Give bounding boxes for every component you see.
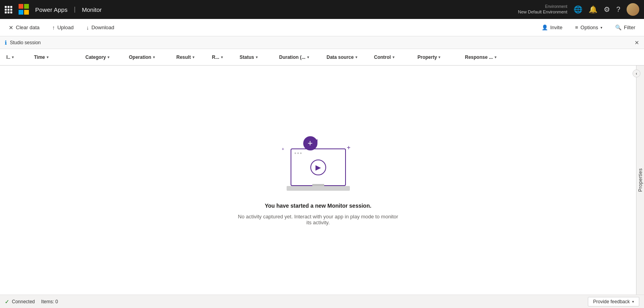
laptop-dot [300, 152, 302, 154]
chevron-down-icon: ▾ [193, 55, 195, 59]
waffle-icon[interactable] [5, 6, 12, 13]
options-icon: ≡ [575, 24, 578, 30]
options-label: Options [580, 24, 598, 30]
globe-icon[interactable]: 🌐 [574, 5, 582, 14]
filter-label: Filter [624, 24, 635, 30]
session-bar: ℹ Studio session ✕ [0, 36, 644, 49]
app-name: Power Apps [35, 6, 68, 13]
properties-panel[interactable]: ‹ Properties [636, 66, 644, 295]
invite-icon: 👤 [542, 24, 548, 30]
upload-label: Upload [57, 24, 74, 30]
top-nav-left: Power Apps | Monitor [5, 4, 518, 15]
download-icon: ↓ [86, 24, 89, 31]
status-bar: ✓ Connected Items: 0 Provide feedback ▾ [0, 295, 644, 308]
monitor-illustration: + + + ▶ [279, 135, 358, 194]
filter-button[interactable]: 🔍 Filter [613, 23, 638, 32]
connected-icon: ✓ [5, 299, 9, 305]
laptop-dots [295, 152, 302, 154]
empty-state-subtitle: No activity captured yet. Interact with … [235, 214, 401, 225]
module-name: Monitor [82, 6, 102, 13]
user-avatar[interactable] [627, 3, 639, 16]
properties-toggle-button[interactable]: ‹ [633, 69, 640, 77]
deco-plus-2: + [282, 146, 284, 151]
top-nav-right: Environment New Default Environment 🌐 🔔 … [518, 3, 639, 16]
items-value: 0 [55, 299, 58, 304]
plus-circle-icon: + [303, 136, 317, 150]
laptop-screen: ▶ [291, 148, 346, 186]
properties-label: Properties [638, 168, 643, 192]
chevron-down-icon: ▾ [153, 55, 155, 59]
chevron-down-icon: ▾ [108, 55, 110, 59]
laptop-dot [297, 152, 299, 154]
notification-icon[interactable]: 🔔 [589, 5, 597, 14]
col-header-id[interactable]: I.. ▾ [3, 54, 31, 60]
col-header-status[interactable]: Status ▾ [236, 54, 276, 60]
items-count: Items: 0 [41, 299, 58, 304]
play-circle-icon: ▶ [310, 160, 326, 175]
toolbar: ✕ Clear data ↑ Upload ↓ Download 👤 Invit… [0, 19, 644, 36]
upload-button[interactable]: ↑ Upload [50, 23, 76, 32]
download-label: Download [91, 24, 114, 30]
items-label: Items: [41, 299, 54, 304]
col-header-datasource[interactable]: Data source ▾ [323, 54, 371, 60]
top-nav: Power Apps | Monitor Environment New Def… [0, 0, 644, 19]
col-header-operation[interactable]: Operation ▾ [126, 54, 173, 60]
chevron-down-icon: ▾ [355, 55, 357, 59]
options-button[interactable]: ≡ Options ▾ [573, 23, 605, 32]
data-area: + + + ▶ You have started a n [0, 66, 636, 295]
column-headers: I.. ▾ Time ▾ Category ▾ Operation ▾ Resu… [0, 49, 644, 66]
chevron-down-icon: ▾ [307, 55, 309, 59]
col-header-category[interactable]: Category ▾ [82, 54, 126, 60]
col-header-time[interactable]: Time ▾ [31, 54, 82, 60]
options-chevron-icon: ▾ [601, 26, 602, 30]
environment-block: Environment New Default Environment [518, 4, 567, 15]
feedback-chevron-icon: ▾ [632, 300, 634, 304]
col-header-control[interactable]: Control ▾ [371, 54, 414, 60]
toolbar-left: ✕ Clear data ↑ Upload ↓ Download [6, 23, 530, 32]
chevron-down-icon: ▾ [495, 55, 497, 59]
invite-label: Invite [550, 24, 563, 30]
laptop-base [287, 186, 350, 191]
empty-state-title: You have started a new Monitor session. [265, 203, 372, 209]
col-header-r[interactable]: R... ▾ [209, 54, 236, 60]
filter-icon: 🔍 [615, 24, 621, 30]
environment-name: New Default Environment [518, 9, 567, 15]
laptop-dot [295, 152, 296, 154]
settings-icon[interactable]: ⚙ [604, 5, 610, 14]
col-header-response[interactable]: Response ... ▾ [462, 54, 505, 60]
chevron-down-icon: ▾ [12, 55, 14, 59]
provide-feedback-button[interactable]: Provide feedback ▾ [588, 297, 639, 306]
col-header-duration[interactable]: Duration (... ▾ [276, 54, 323, 60]
clear-data-icon: ✕ [9, 24, 13, 31]
session-label: Studio session [10, 40, 41, 45]
app-divider: | [74, 6, 76, 13]
environment-label: Environment [545, 4, 567, 9]
deco-plus-1: + [347, 144, 350, 151]
empty-state: + + + ▶ You have started a n [235, 135, 401, 225]
chevron-down-icon: ▾ [438, 55, 440, 59]
chevron-down-icon: ▾ [221, 55, 223, 59]
chevron-down-icon: ▾ [47, 55, 49, 59]
download-button[interactable]: ↓ Download [84, 23, 117, 32]
toolbar-right: 👤 Invite ≡ Options ▾ 🔍 Filter [539, 23, 638, 32]
chevron-down-icon: ▾ [256, 55, 258, 59]
invite-button[interactable]: 👤 Invite [539, 23, 565, 32]
chevron-down-icon: ▾ [393, 55, 395, 59]
session-info-icon: ℹ [5, 39, 7, 46]
upload-icon: ↑ [52, 24, 55, 31]
clear-data-button[interactable]: ✕ Clear data [6, 23, 42, 32]
ms-logo [19, 4, 30, 15]
col-header-property[interactable]: Property ▾ [414, 54, 462, 60]
connection-status: ✓ Connected [5, 299, 35, 305]
connected-label: Connected [12, 299, 35, 304]
feedback-label: Provide feedback [593, 299, 630, 304]
clear-data-label: Clear data [16, 24, 40, 30]
help-icon[interactable]: ? [616, 6, 620, 14]
session-close-button[interactable]: ✕ [635, 39, 639, 46]
main-content: + + + ▶ You have started a n [0, 66, 644, 295]
col-header-result[interactable]: Result ▾ [173, 54, 209, 60]
